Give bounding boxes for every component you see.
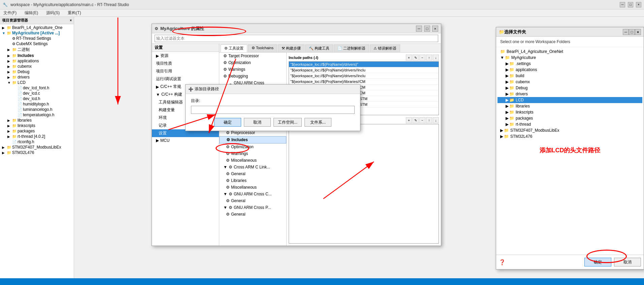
ws-tree-item[interactable]: ▼ 📁 MyAgriculture bbox=[497, 55, 642, 61]
tab-binary-parser[interactable]: 📄 二进制解析器 bbox=[334, 44, 369, 52]
list-item[interactable]: ▶ 📁 Includes bbox=[1, 53, 73, 58]
list-item[interactable]: ▶ 📁 STM32L476 bbox=[1, 150, 73, 155]
list-item[interactable]: ▶ 📁 libraries bbox=[1, 118, 73, 123]
include-edit-btn[interactable]: ✎ bbox=[413, 55, 419, 61]
list-item[interactable]: 📄 humiditylogo.h bbox=[1, 101, 73, 107]
list-item[interactable]: "${workspace_loc://${ProjName}/libraries… bbox=[289, 79, 439, 85]
tab-toolchains[interactable]: ⚙ Toolchains bbox=[248, 44, 277, 52]
include-sys-delete-btn[interactable]: − bbox=[419, 117, 425, 123]
ws-confirm-btn[interactable]: 确定 bbox=[584, 258, 611, 266]
include-sys-down-btn[interactable]: ↓ bbox=[433, 117, 439, 123]
list-item[interactable]: ▶ 📁 BearPi_L4_Agriculture_One bbox=[1, 25, 73, 30]
ws-tree-item-lcd[interactable]: ▶ 📁 LCD bbox=[497, 97, 642, 103]
list-item[interactable]: 📄 dev_lcd.h bbox=[1, 96, 73, 101]
tool-group-arm-link[interactable]: ▼ ⚙ Cross ARM C Link... bbox=[219, 164, 286, 170]
filter-input[interactable] bbox=[155, 35, 438, 42]
nav-item-mcu[interactable]: ▶ MCU bbox=[152, 137, 219, 144]
close-btn[interactable]: × bbox=[636, 2, 641, 7]
list-item[interactable]: ⚙ CubeMX Settings bbox=[1, 41, 73, 46]
tool-item-arm-c2-general[interactable]: ⚙ General bbox=[219, 197, 286, 204]
ws-tree-item[interactable]: ▶ 📁 STM32L476 bbox=[497, 133, 642, 139]
tool-item-c-includes[interactable]: ⚙ Includes bbox=[219, 136, 286, 144]
list-item[interactable]: ▼ 📁 MyAgriculture [Active ...] bbox=[1, 30, 73, 36]
list-item[interactable]: ▶ 📁 linkscripts bbox=[1, 123, 73, 128]
tool-item-warnings[interactable]: ⚙ Warnings bbox=[219, 66, 286, 73]
menu-edit[interactable]: 编辑(E) bbox=[23, 9, 40, 17]
ws-tree-item[interactable]: ▶ 📁 rt-thread bbox=[497, 121, 642, 127]
tool-item-c-misc[interactable]: ⚙ Miscellaneous bbox=[219, 157, 286, 164]
nav-item-project-ref[interactable]: 项目引用 bbox=[152, 67, 219, 75]
tab-error-parser[interactable]: ⚠ 错误解析器 bbox=[370, 44, 400, 52]
tool-item-linker-libraries[interactable]: ⚙ Libraries bbox=[219, 177, 286, 184]
minimize-btn[interactable]: ─ bbox=[620, 2, 625, 7]
list-item[interactable]: "${workspace_loc://${ProjName}/drivers}" bbox=[289, 62, 439, 67]
list-item[interactable]: ▶ 📁 STM32F407_ModbusLibEx bbox=[1, 145, 73, 150]
include-delete-btn[interactable]: − bbox=[419, 55, 425, 61]
include-sys-up-btn[interactable]: ↑ bbox=[426, 117, 432, 123]
list-item[interactable]: "${workspace_loc://${ProjName}/drivers//… bbox=[289, 67, 439, 73]
tab-build-tools[interactable]: 🔨 构建工具 bbox=[305, 44, 333, 52]
ws-tree-item[interactable]: ▶ 📁 .settings bbox=[497, 61, 642, 67]
include-add-btn[interactable]: + bbox=[406, 55, 412, 61]
include-sys-edit-btn[interactable]: ✎ bbox=[413, 117, 419, 123]
menu-refactor[interactable]: 重构(T) bbox=[66, 9, 83, 17]
list-item[interactable]: ▶ 📁 packages bbox=[1, 128, 73, 134]
include-sys-add-btn[interactable]: + bbox=[406, 117, 412, 123]
tool-item-debugging[interactable]: ⚙ Debugging bbox=[219, 73, 286, 80]
list-item[interactable]: ▶ 📁 二进制 bbox=[1, 46, 73, 53]
list-item[interactable]: ▶ 📁 drivers bbox=[1, 74, 73, 80]
list-item[interactable]: 📄 rtconfig.h bbox=[1, 139, 73, 145]
list-item[interactable]: ▶ 📁 Debug bbox=[1, 69, 73, 74]
ws-cancel-btn[interactable]: 取消 bbox=[614, 258, 641, 266]
tool-item-arm-print-general[interactable]: ⚙ General bbox=[219, 211, 286, 218]
ws-tree-item[interactable]: ▶ 📁 build bbox=[497, 73, 642, 79]
maximize-btn[interactable]: □ bbox=[628, 2, 633, 7]
ws-max-btn[interactable]: □ bbox=[629, 29, 635, 35]
close-explorer-icon[interactable]: × bbox=[70, 19, 72, 22]
tool-item-target-processor[interactable]: ⚙ Target Processor bbox=[219, 53, 286, 59]
list-item[interactable]: "${workspace_loc://${ProjName}/drivers//… bbox=[289, 73, 439, 79]
list-item[interactable]: 📄 luminancelogo.h bbox=[1, 107, 73, 112]
nav-item-run-debug[interactable]: 运行/调试设置 bbox=[152, 75, 219, 83]
menu-source[interactable]: 源码(S) bbox=[44, 9, 62, 17]
list-item[interactable]: ▼ 📁 LCD bbox=[1, 80, 73, 85]
ws-tree-item[interactable]: ▶ 📁 applications bbox=[497, 67, 642, 73]
list-item[interactable]: 📄 dev_lcd_font.h bbox=[1, 85, 73, 91]
ws-tree-item[interactable]: ▶ 📁 packages bbox=[497, 115, 642, 121]
ws-tree-item[interactable]: ▶ 📁 drivers bbox=[497, 91, 642, 97]
list-item[interactable]: ▶ 📁 cubemx bbox=[1, 64, 73, 69]
properties-min-btn[interactable]: ─ bbox=[416, 26, 422, 32]
ws-tree-item[interactable]: ▶ 📁 cubemx bbox=[497, 79, 642, 85]
cancel-btn[interactable]: 取消 bbox=[244, 118, 271, 127]
help-icon[interactable]: ❓ bbox=[499, 259, 506, 265]
list-item[interactable]: 📄 dev_lcd.c bbox=[1, 91, 73, 96]
ws-min-btn[interactable]: ─ bbox=[623, 29, 629, 35]
list-item[interactable]: ▶ 📁 rt-thread [4.0.2] bbox=[1, 134, 73, 139]
filesystem-btn[interactable]: 文件系... bbox=[304, 118, 331, 127]
list-item[interactable]: 📄 temperatuelogo.h bbox=[1, 112, 73, 118]
tool-item-c-warnings[interactable]: ⚙ Warnings bbox=[219, 150, 286, 157]
include-up-btn[interactable]: ↑ bbox=[426, 55, 432, 61]
properties-max-btn[interactable]: □ bbox=[424, 26, 430, 32]
include-down-btn[interactable]: ↓ bbox=[433, 55, 439, 61]
nav-item-project-nature[interactable]: 项目性质 bbox=[152, 60, 219, 67]
tool-item-optimization[interactable]: ⚙ Optimization bbox=[219, 59, 286, 66]
list-item[interactable]: ▶ 📁 applications bbox=[1, 58, 73, 64]
confirm-btn[interactable]: 确定 bbox=[214, 118, 241, 127]
menu-file[interactable]: 文件(F) bbox=[1, 9, 19, 17]
list-item[interactable]: ⚙ RT-Thread Settings bbox=[1, 36, 73, 41]
ws-tree-item[interactable]: ▶ 📁 Debug bbox=[497, 85, 642, 91]
tool-item-linker-general[interactable]: ⚙ General bbox=[219, 170, 286, 177]
ws-tree-item[interactable]: ▶ 📁 STM32F407_ModbusLibEx bbox=[497, 127, 642, 133]
tool-group-arm-print[interactable]: ▼ ⚙ GNU ARM Cross P... bbox=[219, 204, 286, 211]
ws-close-btn[interactable]: × bbox=[635, 29, 641, 35]
tab-tool-settings[interactable]: ⚙ 工具设置 bbox=[221, 44, 247, 52]
ws-tree-item[interactable]: ▶ 📁 linkscripts bbox=[497, 109, 642, 115]
dir-input[interactable] bbox=[191, 106, 355, 114]
tool-group-arm-c2[interactable]: ▼ ⚙ GNU ARM Cross C... bbox=[219, 191, 286, 197]
tab-build-steps[interactable]: ⚒ 构建步骤 bbox=[278, 44, 304, 52]
tool-item-linker-misc[interactable]: ⚙ Miscellaneous bbox=[219, 184, 286, 191]
properties-close-btn[interactable]: × bbox=[432, 26, 438, 32]
workspace-btn[interactable]: 工作空间... bbox=[273, 118, 302, 127]
nav-item-resources[interactable]: ▶ 资源 bbox=[152, 52, 219, 60]
